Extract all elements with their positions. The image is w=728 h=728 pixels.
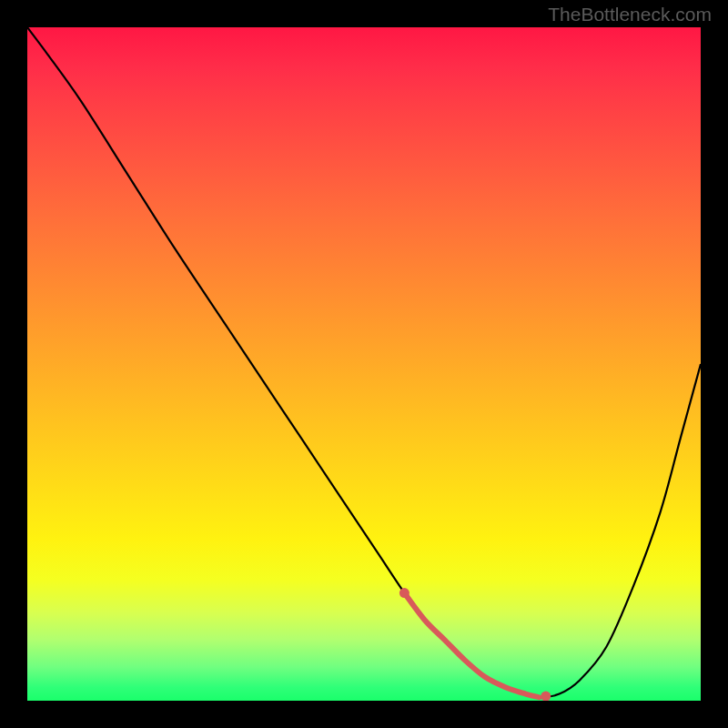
optimal-end-dot bbox=[541, 692, 551, 701]
chart-plot-area bbox=[27, 27, 701, 701]
curve-svg bbox=[27, 27, 701, 701]
optimal-start-dot bbox=[399, 588, 410, 598]
optimal-range-segment bbox=[404, 593, 539, 698]
watermark-text: TheBottleneck.com bbox=[548, 4, 712, 25]
bottleneck-curve bbox=[27, 27, 701, 697]
